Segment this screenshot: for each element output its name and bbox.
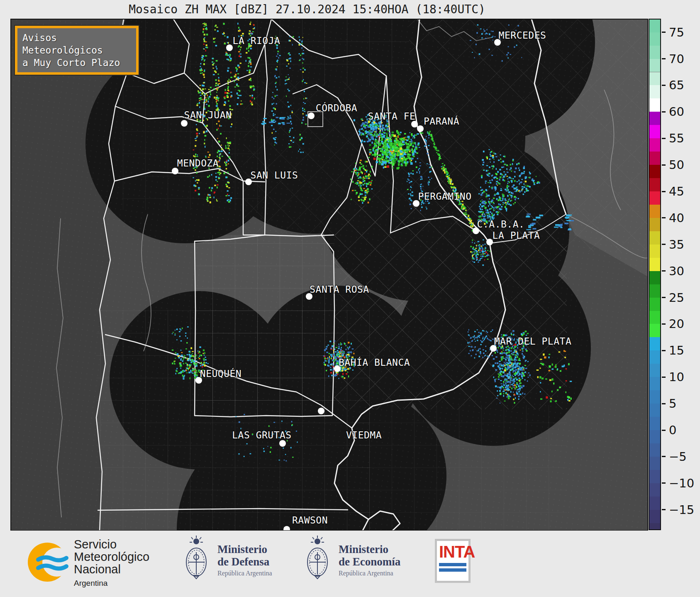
city-label-santa-rosa: SANTA ROSA — [310, 284, 369, 295]
colorbar-segment--5dbz — [649, 443, 660, 457]
colorbar-tick-20 — [662, 323, 666, 325]
colorbar-tick-label-40: 40 — [669, 211, 684, 225]
smn-line1: Servicio — [74, 538, 149, 551]
colorbar-segment-5dbz — [649, 390, 660, 404]
city-label-bah-a-blanca: BAHÍA BLANCA — [339, 357, 410, 368]
colorbar-tick-40 — [662, 217, 666, 218]
inta-bar-top — [439, 563, 466, 566]
colorbar-segment-67.5dbz — [649, 59, 660, 72]
city-dot-la-rioja — [226, 44, 233, 51]
city-dot-santa-fe — [411, 121, 418, 127]
colorbar-segment-12.5dbz — [649, 350, 660, 364]
colorbar-segment-45dbz — [649, 178, 660, 191]
colorbar-tick-label-60: 60 — [669, 105, 684, 119]
city-label-san-juan: SAN JUAN — [184, 110, 232, 120]
economia-sub: República Argentina — [339, 570, 400, 577]
colorbar-segment-15dbz — [649, 337, 660, 350]
colorbar-segment-10dbz — [649, 364, 660, 377]
city-label-rawson: RAWSON — [292, 515, 328, 526]
city-label-viedma: VIEDMA — [346, 430, 382, 440]
colorbar-tick-55 — [662, 138, 666, 139]
inta-logo-inner: INTA — [437, 541, 468, 581]
colorbar-segment-52.5dbz — [649, 138, 660, 152]
economia-line2: de Economía — [339, 555, 400, 568]
smn-line2: Meteorológico — [74, 551, 149, 563]
colorbar-segment-57.5dbz — [649, 112, 660, 125]
colorbar-tick--5 — [662, 456, 666, 457]
city-label-paran: PARANÁ — [424, 115, 459, 127]
colorbar-segment--20dbz — [649, 523, 660, 529]
colorbar-tick-65 — [662, 85, 666, 86]
colorbar-tick-label-5: 5 — [669, 396, 676, 411]
city-label-mercedes: MERCEDES — [499, 30, 546, 41]
colorbar-tick-label-20: 20 — [669, 317, 684, 331]
colorbar-tick-60 — [662, 111, 666, 113]
colorbar-tick-label-15: 15 — [669, 343, 684, 357]
smn-line3: Nacional — [74, 563, 149, 575]
colorbar-tick-75 — [662, 32, 666, 33]
defensa-line2: de Defensa — [217, 555, 272, 568]
economia-wordmark: Ministerio de Economía República Argenti… — [339, 543, 400, 577]
colorbar-tick-label-0: 0 — [669, 423, 676, 437]
colorbar-segment--12.5dbz — [649, 483, 660, 497]
colorbar-segment-7.5dbz — [649, 377, 660, 390]
colorbar-tick-label--5: −5 — [669, 450, 687, 464]
defensa-coat-of-arms-icon — [181, 534, 212, 586]
colorbar-segment-32.5dbz — [649, 245, 660, 258]
colorbar-tick-35 — [662, 244, 666, 245]
colorbar-tick-label-35: 35 — [669, 237, 684, 252]
colorbar-segment-75dbz — [649, 20, 660, 32]
colorbar-tick-45 — [662, 191, 666, 192]
colorbar-segment--2.5dbz — [649, 430, 660, 443]
city-dot-san-juan — [181, 120, 188, 127]
colorbar-tick-label-25: 25 — [669, 291, 684, 305]
city-label-mar-del-plata: MAR DEL PLATA — [494, 336, 572, 347]
colorbar-segment-27.5dbz — [649, 271, 660, 284]
alert-line-1: Avisos Meteorológicos — [22, 32, 131, 56]
economia-line1: Ministerio — [339, 543, 400, 555]
city-dot-viedma — [318, 408, 324, 414]
colorbar-tick-70 — [662, 58, 666, 59]
inta-logo: INTA — [435, 539, 471, 583]
colorbar-segment-20dbz — [649, 311, 660, 324]
footer-logos: Servicio Meteorológico Nacional Argentin… — [0, 531, 700, 597]
colorbar-segment-50dbz — [649, 152, 660, 165]
colorbar-tick-10 — [662, 377, 666, 378]
colorbar-tick-label--10: −10 — [669, 476, 694, 490]
city-dot-mendoza — [172, 168, 178, 174]
colorbar-tick-label-45: 45 — [669, 184, 684, 198]
map-dot-texture — [11, 19, 648, 531]
city-label-mendoza: MENDOZA — [177, 158, 219, 169]
city-label-c-a-b-a: C.A.B.A. — [477, 219, 525, 230]
colorbar-tick-label--15: −15 — [669, 503, 694, 517]
smn-logo — [24, 536, 74, 588]
colorbar-segment-72.5dbz — [649, 32, 660, 46]
colorbar-tick-label-55: 55 — [669, 131, 684, 145]
colorbar-segment-42.5dbz — [649, 191, 660, 205]
colorbar-segment-30dbz — [649, 258, 660, 271]
smn-line4: Argentina — [74, 577, 149, 590]
defensa-wordmark: Ministerio de Defensa República Argentin… — [217, 543, 272, 577]
colorbar-tick-25 — [662, 297, 666, 298]
colorbar-tick-15 — [662, 350, 666, 351]
radar-mosaic-page: { "title": "Mosaico ZH MAX [dBZ] 27.10.2… — [0, 0, 700, 597]
city-dot-la-plata — [486, 239, 493, 245]
page-title: Mosaico ZH MAX [dBZ] 27.10.2024 15:40HOA… — [10, 2, 604, 16]
colorbar-tick-label-65: 65 — [669, 78, 684, 92]
inta-wordmark: INTA — [439, 543, 466, 561]
colorbar-tick-50 — [662, 164, 666, 166]
colorbar-tick--10 — [662, 482, 666, 484]
colorbar-tick-label-75: 75 — [669, 25, 684, 39]
colorbar-segment-2.5dbz — [649, 404, 660, 417]
city-label-san-luis: SAN LUIS — [251, 170, 298, 181]
dbz-colorbar — [649, 19, 661, 530]
colorbar-segment-55dbz — [649, 125, 660, 138]
city-dot-las-grutas — [279, 440, 286, 447]
colorbar-tick-5 — [662, 403, 666, 404]
colorbar-segment-47.5dbz — [649, 165, 660, 178]
short-term-warnings-box: Avisos Meteorológicos a Muy Corto Plazo — [15, 26, 139, 75]
colorbar-segment-22.5dbz — [649, 298, 660, 311]
city-label-c-rdoba: CÓRDOBA — [316, 102, 357, 113]
colorbar-segment-70dbz — [649, 46, 660, 59]
city-label-neuqu-n: NEUQUÉN — [200, 368, 241, 379]
